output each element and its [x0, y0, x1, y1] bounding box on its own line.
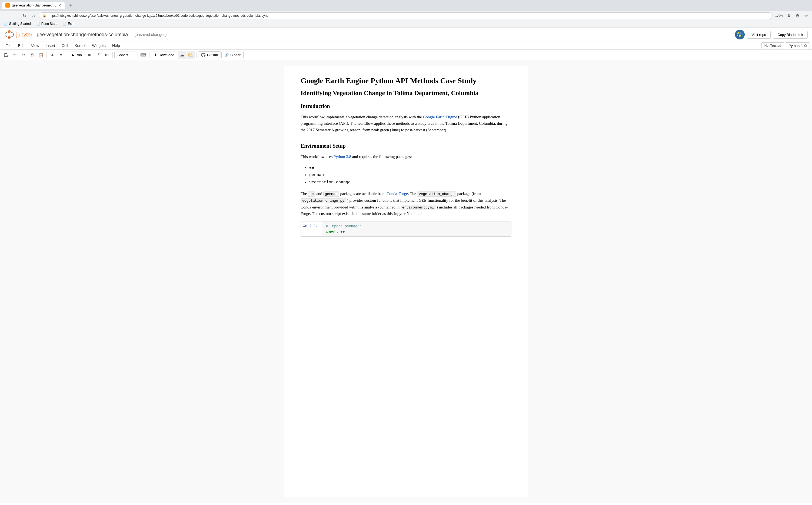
intro-paragraph: This workflow implements a vegetation ch… — [301, 114, 511, 133]
notebook-content[interactable]: Google Earth Engine Python API Methods C… — [0, 60, 812, 503]
not-trusted-badge[interactable]: Not Trusted — [762, 42, 784, 49]
save-icon — [4, 52, 9, 57]
menu-kernel[interactable]: Kernel — [71, 42, 89, 49]
copy-button[interactable]: ⎘ — [28, 51, 36, 59]
menu-view[interactable]: View — [28, 42, 42, 49]
bookmark-label: Penn State — [41, 22, 57, 26]
restart-run-all-button[interactable]: ⏭ — [103, 51, 111, 59]
tab-close-button[interactable]: ✕ — [58, 3, 62, 8]
extensions-button[interactable]: ⚙ — [794, 12, 801, 19]
code-keyword-import: import — [326, 229, 338, 233]
conda-forge-link[interactable]: Conda-Forge — [386, 191, 408, 196]
cut-button[interactable]: ✂ — [19, 51, 27, 59]
python-link[interactable]: Python 3.8 — [334, 154, 351, 159]
menu-widgets[interactable]: Widgets — [89, 42, 109, 49]
menu-insert[interactable]: Insert — [42, 42, 59, 49]
copy-binder-link-button[interactable]: Copy Binder link — [773, 31, 808, 39]
env-paragraph-2: The ee and geemap packages are available… — [301, 190, 511, 217]
download-button[interactable]: ⬇ Download — [151, 51, 177, 58]
unsaved-badge: (unsaved changes) — [134, 32, 166, 37]
binder-button[interactable]: 🔗 Binder — [221, 51, 244, 58]
move-down-button[interactable]: ▼ — [57, 51, 65, 59]
jupyter-text: jupyter — [16, 32, 32, 38]
zoom-level[interactable]: 170% — [774, 12, 784, 19]
cell-type-arrow: ▾ — [126, 53, 128, 57]
menu-cell[interactable]: Cell — [59, 42, 71, 49]
code-cell-header: In [ ]: # Import packages import ee — [301, 221, 511, 236]
cell-type-select[interactable]: Code ▾ — [114, 51, 136, 58]
tab-title: gee-vegetation-change-meth... — [12, 4, 56, 7]
python-logo-svg — [737, 32, 743, 37]
code-var-ee: ee — [338, 229, 345, 233]
run-button[interactable]: ▶ Run — [69, 51, 85, 58]
tab-favicon: 🟠 — [5, 3, 10, 8]
kernel-name: Python 3 — [789, 44, 803, 48]
cell-prompt: In [ ]: — [301, 221, 323, 228]
bookmark-getting-started[interactable]: 📄 Getting Started — [2, 21, 32, 26]
address-bar[interactable]: 🔒 https://hub.gke.mybinder.org/user/cale… — [39, 12, 773, 19]
separator-2 — [67, 51, 67, 58]
python-logo — [735, 30, 745, 39]
paste-button[interactable]: 📋 — [37, 51, 45, 59]
url-text: https://hub.gke.mybinder.org/user/caleko… — [49, 14, 769, 18]
download-label: Download — [159, 53, 175, 57]
cloud-button2[interactable]: ⛅ — [187, 51, 195, 59]
geemap-code: geemap — [323, 191, 339, 197]
forward-button[interactable]: → — [11, 12, 19, 19]
kernel-indicator[interactable]: Python 3 — [786, 42, 810, 49]
home-button[interactable]: ⌂ — [30, 12, 37, 19]
bookmark-esri[interactable]: 📄 Esri — [61, 21, 75, 26]
ee-code: ee — [308, 191, 316, 197]
menu-bar: File Edit View Insert Cell Kernel Widget… — [0, 42, 812, 50]
svg-rect-6 — [5, 55, 8, 56]
bookmark-penn-state[interactable]: 📄 Penn State — [34, 21, 59, 26]
bookmark-icon: 📄 — [63, 22, 67, 26]
github-label: GitHub — [207, 53, 218, 57]
jupyter-header: jupyter gee-vegetation-change-methods-co… — [0, 27, 812, 42]
bookmarks-bar: 📄 Getting Started 📄 Penn State 📄 Esri — [0, 20, 812, 27]
stop-button[interactable]: ■ — [86, 51, 94, 59]
title-bar: 🟠 gee-vegetation-change-meth... ✕ + — [0, 0, 812, 11]
notebook-main-title: Google Earth Engine Python API Methods C… — [301, 76, 511, 85]
bookmark-label: Getting Started — [9, 22, 31, 26]
gee-link[interactable]: Google Earth Engine — [423, 115, 457, 119]
bookmark-icon: 📄 — [4, 22, 8, 26]
intro-heading: Introduction — [301, 103, 511, 109]
jupyter-logo: jupyter — [4, 30, 32, 39]
bookmark-button[interactable]: ☆ — [802, 12, 810, 19]
env-yml-code: environment.yml — [400, 205, 436, 210]
jupyter-logo-svg — [4, 30, 14, 39]
back-button[interactable]: ← — [2, 12, 10, 19]
download-icon: ⬇ — [154, 53, 157, 57]
code-cell[interactable]: In [ ]: # Import packages import ee — [301, 221, 511, 236]
menu-edit[interactable]: Edit — [15, 42, 28, 49]
new-tab-button[interactable]: + — [67, 2, 74, 9]
browser-tab[interactable]: 🟠 gee-vegetation-change-meth... ✕ — [2, 2, 65, 9]
separator-5 — [149, 51, 149, 58]
package-item-veg-change: vegetation_change — [309, 179, 511, 186]
restart-button[interactable]: ↺ — [94, 51, 102, 59]
package-list: ee geemap vegetation_change — [309, 164, 511, 186]
save-button[interactable] — [2, 51, 10, 59]
svg-point-3 — [8, 31, 10, 32]
reload-button[interactable]: ↻ — [20, 12, 28, 19]
cell-type-label: Code — [117, 53, 125, 57]
notebook-subtitle: Identifying Vegetation Change in Tolima … — [301, 90, 511, 97]
move-up-button[interactable]: ▲ — [48, 51, 56, 59]
github-button[interactable]: GitHub — [198, 51, 221, 58]
veg-change-py-code: vegetation_change.py — [301, 198, 346, 203]
add-cell-button[interactable] — [11, 51, 19, 59]
binder-label: Binder — [230, 53, 241, 57]
toolbar: ✂ ⎘ 📋 ▲ ▼ ▶ Run ■ ↺ ⏭ Code ▾ ⌨ ⬇ — [0, 50, 812, 60]
add-icon — [12, 52, 17, 57]
header-actions: Visit repo Copy Binder link — [735, 30, 808, 39]
downloads-button[interactable]: ⬇ — [785, 12, 793, 19]
menu-help[interactable]: Help — [109, 42, 123, 49]
visit-repo-button[interactable]: Visit repo — [747, 31, 771, 39]
nav-bar: ← → ↻ ⌂ 🔒 https://hub.gke.mybinder.org/u… — [0, 11, 812, 20]
menu-file[interactable]: File — [2, 42, 15, 49]
cloud-upload-button[interactable]: ☁ — [178, 51, 186, 59]
lock-icon: 🔒 — [42, 14, 46, 18]
keyboard-shortcuts-button[interactable]: ⌨ — [139, 51, 147, 59]
notebook-title[interactable]: gee-vegetation-change-methods-columbia — [37, 32, 128, 37]
